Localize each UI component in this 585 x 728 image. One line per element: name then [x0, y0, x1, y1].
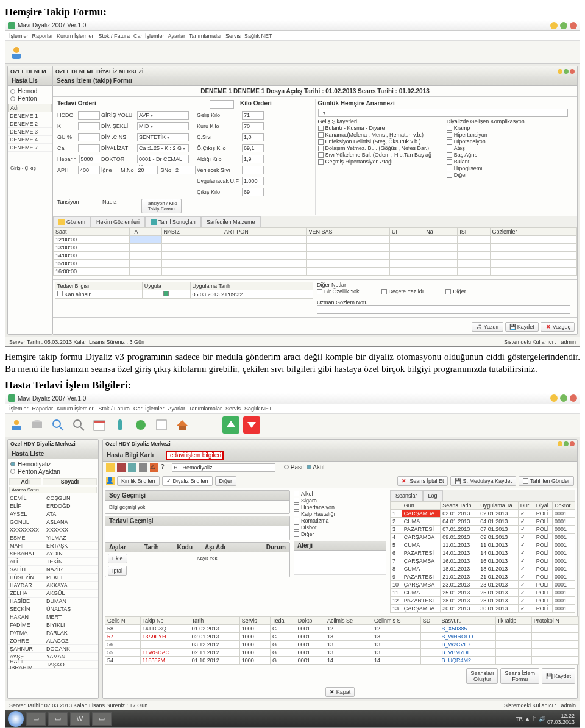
tab-seanslar[interactable]: Seanslar [390, 490, 423, 501]
table-row[interactable]: 3PAZARTESİ07.01.201307.01.2013✓POLİ0001 [391, 525, 575, 533]
taskbar-app-2[interactable]: ▭ [48, 712, 68, 726]
seans-izlem-button[interactable]: Seans İzlem Formu [500, 668, 539, 684]
table-row[interactable]: 11CUMA25.01.201325.01.2013✓POLİ0001 [391, 588, 575, 596]
checkbox-icon[interactable] [294, 518, 299, 523]
tab-diger[interactable]: Diğer [215, 476, 237, 486]
menu-item[interactable]: İşlemler [9, 405, 29, 412]
list-item[interactable]: SEBAHATAYDIN [8, 550, 98, 558]
heparin-input[interactable]: 5000 [79, 155, 101, 163]
table-row[interactable]: 10ÇARŞAMBA23.01.201323.01.2013✓POLİ0001 [391, 580, 575, 588]
diy-sekli-select[interactable]: MID [137, 122, 189, 130]
list-item[interactable]: ŞAHNURDOĞANK [8, 645, 98, 653]
checkbox-icon[interactable] [523, 478, 528, 484]
table-row[interactable]: 1ÇARŞAMBA02.01.201302.01.2013✓POLİ0001 [391, 509, 575, 517]
tedavi-orderi-val[interactable] [210, 100, 234, 109]
kaydet-button[interactable]: 💾Kaydet [542, 668, 575, 684]
table-row[interactable]: 8CUMA18.01.201318.01.2013✓POLİ0001 [391, 565, 575, 573]
checkbox-icon[interactable] [57, 291, 63, 296]
checkbox-icon[interactable] [294, 511, 299, 516]
warning-icon[interactable]: ⚠ [150, 463, 158, 472]
table-row[interactable]: 12:00:00 [54, 236, 577, 244]
aldigi-input[interactable]: 1,9 [242, 155, 264, 163]
toolbar-icon-up[interactable] [222, 416, 239, 434]
cancel-button[interactable]: ✖Vazgeç [541, 322, 575, 332]
diy-cinsi-select[interactable]: SENTETİK [137, 133, 189, 141]
table-row[interactable]: Kan alınsın05.03.2013 21:09:32 [55, 290, 313, 299]
table-row[interactable]: 5511WGDAC02.11.20121000G00011313B_VBM7DI [105, 648, 579, 656]
seans-grid[interactable]: GünSeans TarihiUygulama TaDur.DiyalDokto… [390, 501, 575, 613]
checkbox-icon[interactable] [318, 159, 324, 165]
list-item[interactable]: AYSELATA [8, 510, 98, 518]
table-row[interactable]: 9PAZARTESİ21.01.201321.01.2013✓POLİ0001 [391, 573, 575, 580]
menu-item[interactable]: Stok / Fatura [99, 405, 130, 412]
seanslari-olustur-button[interactable]: Seansları Oluştur [466, 668, 498, 684]
checkbox-icon[interactable] [447, 132, 452, 138]
doc-icon[interactable] [117, 463, 126, 472]
checkbox-icon[interactable] [294, 504, 299, 510]
panel-max-icon[interactable] [564, 441, 569, 446]
menu-item[interactable]: Tanımlamalar [189, 33, 222, 39]
minimize-icon[interactable] [550, 22, 558, 29]
verilecek-input[interactable] [242, 166, 264, 174]
seans-iptal-button[interactable]: ✖Seans İptal Et [397, 476, 448, 486]
kuru-kilo-input[interactable]: 70 [242, 122, 264, 130]
radio-hemo-icon[interactable] [10, 462, 15, 466]
checkbox-icon[interactable] [318, 146, 324, 151]
ca-input[interactable] [78, 144, 100, 152]
toolbar-icon-users[interactable] [8, 44, 25, 61]
radio-periton-icon[interactable] [10, 469, 15, 474]
panel-max-icon[interactable] [564, 69, 569, 74]
checkbox-icon[interactable] [294, 524, 299, 530]
close-icon[interactable] [570, 22, 577, 29]
list-item[interactable]: ZELHAAKGÜL [8, 590, 98, 598]
menu-item[interactable]: Ayarlar [168, 405, 185, 412]
medulaya-button[interactable]: 💾S. Medulaya Kaydet [450, 476, 516, 486]
checkbox-icon[interactable] [294, 531, 299, 537]
list-item[interactable]: GÖNÜLASLANA [8, 518, 98, 526]
toolbar-icon-users[interactable] [8, 416, 25, 434]
list-item[interactable]: HASİBEDUMAN [8, 598, 98, 605]
tab-0[interactable]: Gözlem [53, 216, 91, 227]
tab-kimlik[interactable]: Kimlik Bilgileri [117, 476, 160, 486]
taskbar-app-4[interactable]: ▭ [92, 712, 112, 726]
list-item[interactable]: ELİFERDOĞD [8, 502, 98, 510]
list-item[interactable]: MAHİERTAŞK [8, 542, 98, 550]
list-item[interactable]: ALİTEKİN [8, 558, 98, 566]
list-item[interactable]: HÜSEYİNPEKEL [8, 574, 98, 582]
lab-icon[interactable] [128, 463, 136, 472]
menu-item[interactable]: Sağlık NET [244, 405, 272, 412]
list-item[interactable]: DENEME 2 [8, 120, 52, 128]
checkbox-icon[interactable] [447, 152, 452, 158]
ocikis-input[interactable]: 69,1 [242, 144, 264, 152]
gu-input[interactable] [78, 133, 100, 141]
maximize-icon[interactable] [560, 394, 567, 402]
table-row[interactable]: 5713A9FYH02.01.20131000G00011313B_WHROFO [105, 632, 579, 640]
gelis-kilo-input[interactable]: 71 [242, 111, 264, 120]
gozlem-grid[interactable]: SaatTANABIZART PONVEN BASUFNaISIGözlemle… [53, 227, 577, 276]
menu-item[interactable]: Raporlar [32, 405, 54, 412]
alerji-box[interactable] [294, 551, 386, 575]
checkbox-icon[interactable] [447, 166, 452, 171]
checkbox-icon[interactable] [381, 289, 387, 294]
tab-2[interactable]: Tahlil Sonuçları [145, 216, 201, 227]
radio-pasif-icon[interactable] [284, 465, 289, 469]
list-item[interactable]: SEÇKİNÜNALTAŞ [8, 605, 98, 613]
checkbox-icon[interactable] [318, 126, 324, 131]
checkbox-icon[interactable] [318, 132, 324, 138]
hcdo-input[interactable] [78, 111, 100, 120]
cikis-input[interactable]: 69 [242, 188, 264, 196]
checkbox-icon[interactable] [445, 289, 451, 294]
toolbar-icon-search[interactable] [49, 416, 66, 434]
radio-hemo-icon[interactable] [10, 89, 15, 94]
menu-item[interactable]: Tanımlamalar [189, 405, 222, 412]
iptal-button[interactable]: İptal [108, 566, 127, 576]
list-item[interactable]: ZÖHREALAGÖZ [8, 637, 98, 645]
menu-item[interactable]: Sağlık NET [244, 33, 272, 39]
toolbar-icon-rx[interactable] [153, 416, 170, 434]
table-row[interactable]: 5603.12.20121000G00011313B_W2CVE7 [105, 640, 579, 648]
table-row[interactable]: 16:00:00 [54, 268, 577, 276]
uzman-input[interactable] [317, 305, 570, 314]
menu-item[interactable]: Raporlar [32, 33, 54, 39]
list-item[interactable]: HALİL İBRAHİMTAŞKÖ [8, 661, 98, 669]
taskbar-app-3[interactable]: W [70, 712, 90, 726]
